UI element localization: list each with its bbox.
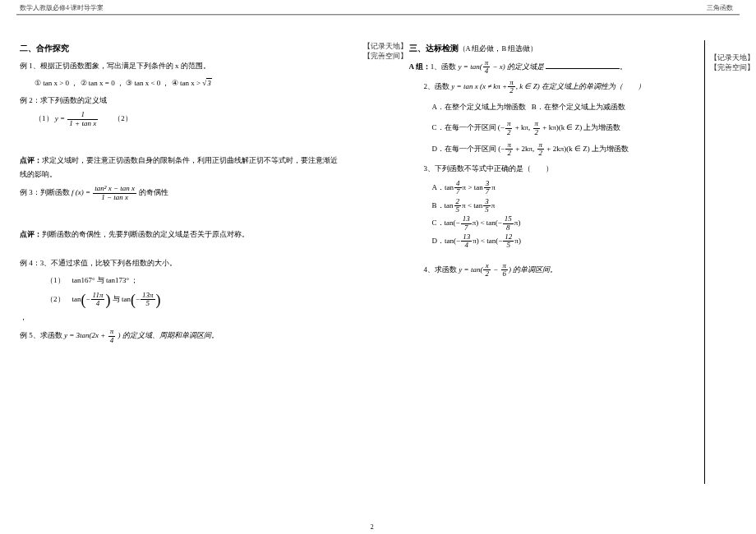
section-2-title: 二、合作探究 <box>20 40 345 56</box>
cond-2: ② tan x = 0 ， <box>81 79 124 87</box>
left-column: 二、合作探究 例 1、根据正切函数图象，写出满足下列条件的 x 的范围。 ① t… <box>0 16 363 533</box>
q2: 2、函数 y = tan x (x ≠ kπ +π2, k ∈ Z) 在定义域上… <box>409 79 694 95</box>
cond-4: ④ tan x > √3 <box>172 79 212 87</box>
q3: 3、下列函数不等式中正确的是（ ） <box>409 162 694 176</box>
example-4-item-1: （1） tan167° 与 tan173° ； <box>20 274 345 288</box>
section-3-title: 三、达标检测（A 组必做，B 组选做） <box>409 40 694 56</box>
q3-choices-ab: A．tan47π > tan37π B．tan25π < tan35π <box>409 179 694 214</box>
example-4-intro: 例 4：3、不通过求值，比较下列各组数的大小。 <box>20 256 345 270</box>
q3-choices-cd: C．tan(−137π) < tan(−158π) D．tan(−134π) <… <box>409 214 694 250</box>
vertical-rule <box>704 40 705 484</box>
group-a-q1: A 组：1、函数 y = tan(π4 − x) 的定义域是 。 <box>409 59 694 76</box>
page-number: 2 <box>371 523 374 531</box>
example-5: 例 5、求函数 y = 3tan(2x + π4 ) 的定义域、周期和单调区间。 <box>20 328 345 344</box>
right-annotation: 【记录天地】 【完善空间】 <box>710 40 756 525</box>
example-2-intro: 例 2：求下列函数的定义域 <box>20 94 345 108</box>
q2-choice-d: D．在每一个开区间 (−π2 + 2kπ, π2 + 2kπ)(k ∈ Z) 上… <box>409 140 694 159</box>
note-2: 点评：判断函数的奇偶性，先要判断函数的定义域是否关于原点对称。 <box>20 228 345 242</box>
page-body: 二、合作探究 例 1、根据正切函数图象，写出满足下列条件的 x 的范围。 ① t… <box>0 16 756 533</box>
q2-choices-ab: A．在整个定义域上为增函数 B．在整个定义域上为减函数 <box>409 99 694 117</box>
example-1-intro: 例 1、根据正切函数图象，写出满足下列条件的 x 的范围。 <box>20 59 345 73</box>
page-header: 数学人教版必修4·课时导学案 三角函数 <box>0 0 756 14</box>
comma: ， <box>20 311 345 325</box>
note-1: 点评：求定义域时，要注意正切函数自身的限制条件，利用正切曲线解正切不等式时，要注… <box>20 154 345 182</box>
header-left: 数学人教版必修4·课时导学案 <box>20 3 104 12</box>
cond-3: ③ tan x < 0 ， <box>126 79 169 87</box>
example-1-conditions: ① tan x > 0 ， ② tan x = 0 ， ③ tan x < 0 … <box>20 76 345 90</box>
example-3: 例 3：判断函数 f (x) = tan² x − tan x1 − tan x… <box>20 185 345 201</box>
example-4-item-2: （2） tan(−11π4) 与 tan(−13π5) <box>20 292 345 308</box>
example-2-item-1: （1） y = 11 + tan x （2） <box>20 111 345 127</box>
fill-blank[interactable] <box>546 62 620 69</box>
right-main: 三、达标检测（A 组必做，B 组选做） A 组：1、函数 y = tan(π4 … <box>409 40 704 525</box>
left-annotation: 【记录天地】 【完善空间】 <box>363 40 409 525</box>
header-right: 三角函数 <box>707 3 733 12</box>
right-column: 【记录天地】 【完善空间】 三、达标检测（A 组必做，B 组选做） A 组：1、… <box>363 16 756 533</box>
q4: 4、求函数 y = tan(x2 − π6) 的单调区间。 <box>409 262 694 279</box>
q2-choice-c: C．在每一个开区间 (−π2 + kπ, π2 + kπ)(k ∈ Z) 上为增… <box>409 119 694 137</box>
cond-1: ① tan x > 0 ， <box>35 79 78 87</box>
